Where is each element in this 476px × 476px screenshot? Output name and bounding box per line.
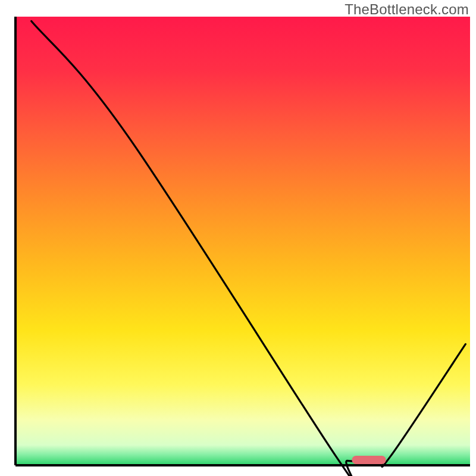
bottleneck-chart (0, 0, 476, 476)
gradient-background (15, 17, 470, 465)
optimal-range-marker (352, 456, 386, 464)
watermark-text: TheBottleneck.com (345, 1, 469, 18)
